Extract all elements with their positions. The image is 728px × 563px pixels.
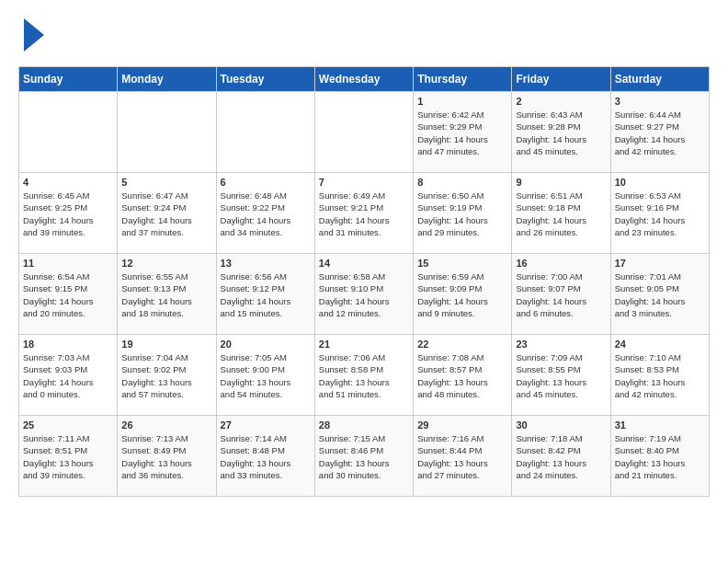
day-number: 29 (417, 419, 507, 431)
column-header-saturday: Saturday (610, 67, 709, 92)
day-info: Sunrise: 7:03 AM Sunset: 9:03 PM Dayligh… (23, 351, 113, 400)
day-info: Sunrise: 7:05 AM Sunset: 9:00 PM Dayligh… (221, 351, 311, 400)
day-number: 3 (615, 96, 705, 107)
day-info: Sunrise: 6:47 AM Sunset: 9:24 PM Dayligh… (121, 190, 211, 238)
day-info: Sunrise: 6:58 AM Sunset: 9:10 PM Dayligh… (319, 270, 409, 319)
day-number: 25 (23, 419, 113, 431)
calendar-week-row: 25Sunrise: 7:11 AM Sunset: 8:51 PM Dayli… (19, 416, 710, 497)
day-number: 14 (319, 258, 409, 269)
day-number: 8 (417, 177, 507, 188)
calendar-cell: 4Sunrise: 6:45 AM Sunset: 9:25 PM Daylig… (19, 173, 118, 254)
day-info: Sunrise: 6:45 AM Sunset: 9:25 PM Dayligh… (23, 190, 113, 238)
calendar-cell: 30Sunrise: 7:18 AM Sunset: 8:42 PM Dayli… (512, 416, 610, 497)
day-number: 4 (23, 177, 113, 188)
calendar-cell: 6Sunrise: 6:48 AM Sunset: 9:22 PM Daylig… (216, 173, 314, 254)
day-number: 15 (417, 258, 507, 269)
calendar-cell: 21Sunrise: 7:06 AM Sunset: 8:58 PM Dayli… (314, 335, 413, 416)
day-number: 21 (319, 339, 409, 350)
calendar-cell: 29Sunrise: 7:16 AM Sunset: 8:44 PM Dayli… (414, 416, 512, 497)
day-number: 24 (615, 339, 705, 350)
day-number: 23 (516, 339, 606, 350)
column-header-wednesday: Wednesday (314, 67, 413, 92)
day-number: 26 (121, 419, 211, 431)
day-number: 22 (417, 339, 507, 350)
calendar-cell: 11Sunrise: 6:54 AM Sunset: 9:15 PM Dayli… (19, 254, 118, 335)
day-number: 7 (319, 177, 409, 188)
day-info: Sunrise: 6:50 AM Sunset: 9:19 PM Dayligh… (417, 190, 507, 238)
calendar-cell: 17Sunrise: 7:01 AM Sunset: 9:05 PM Dayli… (610, 254, 709, 335)
day-info: Sunrise: 6:44 AM Sunset: 9:27 PM Dayligh… (615, 109, 705, 157)
calendar-cell: 22Sunrise: 7:08 AM Sunset: 8:57 PM Dayli… (414, 335, 512, 416)
calendar-cell: 1Sunrise: 6:42 AM Sunset: 9:29 PM Daylig… (414, 92, 512, 173)
day-number: 10 (615, 177, 705, 188)
calendar-cell: 31Sunrise: 7:19 AM Sunset: 8:40 PM Dayli… (610, 416, 709, 497)
day-info: Sunrise: 6:54 AM Sunset: 9:15 PM Dayligh… (23, 270, 113, 319)
day-info: Sunrise: 7:04 AM Sunset: 9:02 PM Dayligh… (121, 351, 211, 400)
day-number: 1 (417, 96, 507, 107)
day-number: 18 (23, 339, 113, 350)
day-info: Sunrise: 7:09 AM Sunset: 8:55 PM Dayligh… (516, 351, 606, 400)
column-header-tuesday: Tuesday (216, 67, 314, 92)
day-info: Sunrise: 7:08 AM Sunset: 8:57 PM Dayligh… (417, 351, 507, 400)
logo (18, 18, 44, 52)
calendar-cell: 9Sunrise: 6:51 AM Sunset: 9:18 PM Daylig… (512, 173, 610, 254)
day-number: 12 (121, 258, 211, 269)
calendar-week-row: 4Sunrise: 6:45 AM Sunset: 9:25 PM Daylig… (19, 173, 710, 254)
day-number: 16 (516, 258, 606, 269)
day-number: 2 (516, 96, 606, 107)
calendar-cell: 25Sunrise: 7:11 AM Sunset: 8:51 PM Dayli… (19, 416, 118, 497)
day-number: 20 (221, 339, 311, 350)
day-info: Sunrise: 6:55 AM Sunset: 9:13 PM Dayligh… (121, 270, 211, 319)
calendar-cell: 18Sunrise: 7:03 AM Sunset: 9:03 PM Dayli… (19, 335, 118, 416)
day-number: 28 (319, 419, 409, 431)
calendar-cell: 7Sunrise: 6:49 AM Sunset: 9:21 PM Daylig… (314, 173, 413, 254)
day-info: Sunrise: 6:49 AM Sunset: 9:21 PM Dayligh… (319, 190, 409, 238)
day-info: Sunrise: 6:53 AM Sunset: 9:16 PM Dayligh… (615, 190, 705, 238)
day-number: 30 (516, 419, 606, 431)
day-info: Sunrise: 7:06 AM Sunset: 8:58 PM Dayligh… (319, 351, 409, 400)
day-number: 19 (121, 339, 211, 350)
day-info: Sunrise: 7:13 AM Sunset: 8:49 PM Dayligh… (121, 432, 211, 481)
day-number: 5 (121, 177, 211, 188)
day-info: Sunrise: 7:00 AM Sunset: 9:07 PM Dayligh… (516, 270, 606, 319)
calendar-cell: 10Sunrise: 6:53 AM Sunset: 9:16 PM Dayli… (610, 173, 709, 254)
calendar-cell: 8Sunrise: 6:50 AM Sunset: 9:19 PM Daylig… (414, 173, 512, 254)
calendar-cell: 20Sunrise: 7:05 AM Sunset: 9:00 PM Dayli… (216, 335, 314, 416)
calendar-cell: 2Sunrise: 6:43 AM Sunset: 9:28 PM Daylig… (512, 92, 610, 173)
calendar-header-row: SundayMondayTuesdayWednesdayThursdayFrid… (19, 67, 710, 92)
page-header (18, 18, 710, 52)
calendar-cell: 27Sunrise: 7:14 AM Sunset: 8:48 PM Dayli… (216, 416, 314, 497)
calendar-cell: 13Sunrise: 6:56 AM Sunset: 9:12 PM Dayli… (216, 254, 314, 335)
day-info: Sunrise: 6:48 AM Sunset: 9:22 PM Dayligh… (221, 190, 311, 238)
calendar-cell: 26Sunrise: 7:13 AM Sunset: 8:49 PM Dayli… (118, 416, 216, 497)
day-number: 13 (221, 258, 311, 269)
calendar-cell (118, 92, 216, 173)
day-info: Sunrise: 6:42 AM Sunset: 9:29 PM Dayligh… (417, 109, 507, 157)
calendar-cell: 24Sunrise: 7:10 AM Sunset: 8:53 PM Dayli… (610, 335, 709, 416)
column-header-thursday: Thursday (414, 67, 512, 92)
calendar-cell: 15Sunrise: 6:59 AM Sunset: 9:09 PM Dayli… (414, 254, 512, 335)
calendar-cell: 19Sunrise: 7:04 AM Sunset: 9:02 PM Dayli… (118, 335, 216, 416)
day-info: Sunrise: 7:16 AM Sunset: 8:44 PM Dayligh… (417, 432, 507, 481)
calendar-table: SundayMondayTuesdayWednesdayThursdayFrid… (18, 66, 710, 497)
day-number: 6 (221, 177, 311, 188)
column-header-friday: Friday (512, 67, 610, 92)
day-info: Sunrise: 6:51 AM Sunset: 9:18 PM Dayligh… (516, 190, 606, 238)
calendar-cell (314, 92, 413, 173)
calendar-cell: 12Sunrise: 6:55 AM Sunset: 9:13 PM Dayli… (118, 254, 216, 335)
day-info: Sunrise: 6:43 AM Sunset: 9:28 PM Dayligh… (516, 109, 606, 157)
day-info: Sunrise: 7:15 AM Sunset: 8:46 PM Dayligh… (319, 432, 409, 481)
column-header-monday: Monday (118, 67, 216, 92)
day-number: 9 (516, 177, 606, 188)
day-info: Sunrise: 6:59 AM Sunset: 9:09 PM Dayligh… (417, 270, 507, 319)
calendar-week-row: 11Sunrise: 6:54 AM Sunset: 9:15 PM Dayli… (19, 254, 710, 335)
calendar-week-row: 18Sunrise: 7:03 AM Sunset: 9:03 PM Dayli… (19, 335, 710, 416)
day-info: Sunrise: 7:01 AM Sunset: 9:05 PM Dayligh… (615, 270, 705, 319)
logo-arrow-icon (24, 18, 44, 52)
calendar-cell: 3Sunrise: 6:44 AM Sunset: 9:27 PM Daylig… (610, 92, 709, 173)
day-info: Sunrise: 7:18 AM Sunset: 8:42 PM Dayligh… (516, 432, 606, 481)
day-number: 11 (23, 258, 113, 269)
calendar-cell (19, 92, 118, 173)
calendar-week-row: 1Sunrise: 6:42 AM Sunset: 9:29 PM Daylig… (19, 92, 710, 173)
calendar-cell: 28Sunrise: 7:15 AM Sunset: 8:46 PM Dayli… (314, 416, 413, 497)
